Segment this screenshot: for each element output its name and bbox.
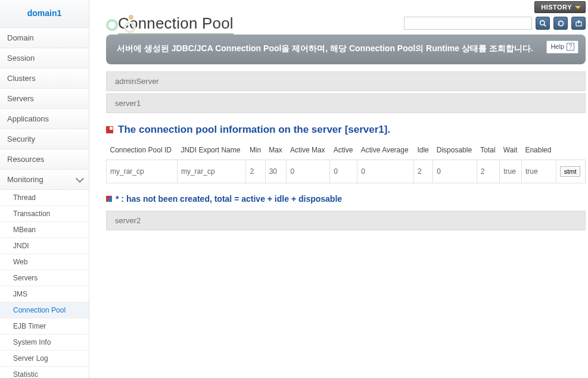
subnav-mbean[interactable]: MBean bbox=[0, 222, 89, 238]
cell-active-max: 0 bbox=[287, 160, 330, 183]
domain-header[interactable]: domain1 bbox=[0, 0, 89, 28]
description-text: 서버에 생성된 JDBC/JCA Connection Pool을 제어하며, … bbox=[117, 43, 533, 53]
help-label: Help bbox=[550, 42, 564, 52]
nav-item-clusters[interactable]: Clusters bbox=[0, 68, 89, 89]
svg-point-0 bbox=[540, 20, 544, 24]
col-max: Max bbox=[265, 140, 287, 160]
sidebar: domain1 Domain Session Clusters Servers … bbox=[0, 0, 89, 378]
col-wait: Wait bbox=[500, 140, 522, 160]
cell-idle: 2 bbox=[413, 160, 433, 183]
col-min: Min bbox=[246, 140, 265, 160]
refresh-icon bbox=[557, 20, 565, 27]
subnav-jms[interactable]: JMS bbox=[0, 286, 89, 302]
subnav-statistic[interactable]: Statistic bbox=[0, 367, 89, 378]
export-button[interactable] bbox=[571, 17, 586, 30]
connection-pool-table: Connection Pool ID JNDI Export Name Min … bbox=[106, 140, 586, 183]
cell-active: 0 bbox=[330, 160, 357, 183]
subnav-server-log[interactable]: Server Log bbox=[0, 351, 89, 367]
nav-item-applications[interactable]: Applications bbox=[0, 109, 89, 129]
subnav-system-info[interactable]: System Info bbox=[0, 335, 89, 351]
stmt-button[interactable]: stmt bbox=[560, 166, 581, 177]
nav-item-session[interactable]: Session bbox=[0, 48, 89, 68]
cell-id: my_rar_cp bbox=[107, 160, 178, 183]
main-content: HISTORY Connection Pool 서버에 생성된 JDBC/JCA… bbox=[89, 0, 588, 378]
subnav-jndi[interactable]: JNDI bbox=[0, 238, 89, 254]
col-active-max: Active Max bbox=[287, 140, 330, 160]
subnav-ejb-timer[interactable]: EJB Timer bbox=[0, 318, 89, 335]
col-disposable: Disposable bbox=[433, 140, 477, 160]
col-total: Total bbox=[477, 140, 500, 160]
refresh-button[interactable] bbox=[553, 17, 568, 30]
note-flag-icon bbox=[106, 196, 112, 202]
nav-item-domain[interactable]: Domain bbox=[0, 28, 89, 48]
cell-min: 2 bbox=[246, 160, 265, 183]
col-idle: Idle bbox=[413, 140, 433, 160]
col-active: Active bbox=[330, 140, 357, 160]
cell-enabled: true bbox=[521, 160, 556, 183]
server-bar-server2[interactable]: server2 bbox=[106, 211, 586, 230]
col-action bbox=[556, 140, 585, 160]
col-enabled: Enabled bbox=[521, 140, 556, 160]
search-input[interactable] bbox=[404, 17, 532, 30]
flag-icon bbox=[106, 126, 113, 133]
subnav-transaction[interactable]: Transaction bbox=[0, 206, 89, 222]
subnav-connection-pool[interactable]: Connection Pool bbox=[0, 302, 89, 318]
topbar: HISTORY bbox=[106, 0, 588, 13]
server-bar-admin[interactable]: adminServer bbox=[106, 71, 586, 91]
nav-item-resources[interactable]: Resources bbox=[0, 149, 89, 170]
col-active-avg: Active Average bbox=[357, 140, 414, 160]
search-button[interactable] bbox=[536, 17, 550, 30]
section-title-text: The connection pool information on the s… bbox=[118, 124, 390, 136]
footnote: * : has not been created, total = active… bbox=[106, 194, 586, 204]
description-banner: 서버에 생성된 JDBC/JCA Connection Pool을 제어하며, … bbox=[106, 35, 586, 64]
search-icon bbox=[539, 20, 547, 27]
table-row[interactable]: my_rar_cp my_rar_cp 2 30 0 0 0 2 0 2 tru… bbox=[107, 160, 586, 183]
subnav-servers[interactable]: Servers bbox=[0, 270, 89, 286]
monitoring-subnav: Thread Transaction MBean JNDI Web Server… bbox=[0, 190, 89, 378]
title-decoration-icon bbox=[106, 14, 142, 35]
help-icon: ? bbox=[567, 43, 574, 51]
subnav-thread[interactable]: Thread bbox=[0, 190, 89, 206]
cell-total: 2 bbox=[477, 160, 500, 183]
table-header-row: Connection Pool ID JNDI Export Name Min … bbox=[107, 140, 586, 160]
col-id: Connection Pool ID bbox=[107, 140, 178, 160]
cell-action: stmt bbox=[556, 160, 585, 183]
cell-jndi: my_rar_cp bbox=[177, 160, 245, 183]
svg-line-1 bbox=[544, 24, 546, 26]
footnote-text: * : has not been created, total = active… bbox=[116, 194, 342, 204]
nav-item-servers[interactable]: Servers bbox=[0, 89, 89, 109]
server-bar-server1[interactable]: server1 bbox=[106, 93, 586, 113]
export-icon bbox=[575, 20, 583, 27]
nav-item-monitoring[interactable]: Monitoring bbox=[0, 170, 89, 190]
cell-max: 30 bbox=[265, 160, 287, 183]
history-button[interactable]: HISTORY bbox=[534, 1, 586, 13]
help-button[interactable]: Help ? bbox=[546, 40, 578, 54]
cell-wait: true bbox=[500, 160, 522, 183]
col-jndi: JNDI Export Name bbox=[177, 140, 245, 160]
cell-disposable: 0 bbox=[433, 160, 477, 183]
subnav-web[interactable]: Web bbox=[0, 254, 89, 270]
section-title: The connection pool information on the s… bbox=[106, 124, 586, 136]
cell-active-avg: 0 bbox=[357, 160, 414, 183]
nav-item-security[interactable]: Security bbox=[0, 129, 89, 149]
